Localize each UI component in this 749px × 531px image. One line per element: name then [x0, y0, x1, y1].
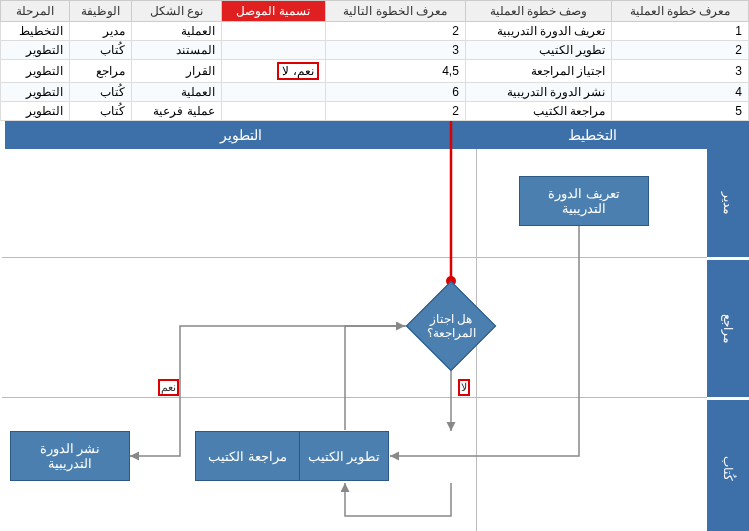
cell-conn-label[interactable]: نعم، لا — [221, 60, 325, 83]
cell-next-id[interactable]: 6 — [325, 83, 465, 102]
node-publish-course[interactable]: نشر الدورة التدريبية — [10, 431, 130, 481]
col-step-desc[interactable]: وصف خطوة العملية — [465, 1, 611, 22]
cell-phase[interactable]: التطوير — [1, 60, 70, 83]
col-next-id[interactable]: معرف الخطوة التالية — [325, 1, 465, 22]
cell-next-id[interactable]: 3 — [325, 41, 465, 60]
phase-header-development: التطوير — [2, 121, 477, 149]
col-step-id[interactable]: معرف خطوة العملية — [612, 1, 749, 22]
cell-shape-type[interactable]: المستند — [132, 41, 221, 60]
cell-role[interactable]: كُتاب — [69, 41, 132, 60]
table-row[interactable]: 1 تعريف الدورة التدريبية 2 العملية مدير … — [1, 22, 749, 41]
swimlane-divider-h2 — [2, 397, 707, 398]
col-shape-type[interactable]: نوع الشكل — [132, 1, 221, 22]
cell-step-id[interactable]: 3 — [612, 60, 749, 83]
cell-step-desc[interactable]: تعريف الدورة التدريبية — [465, 22, 611, 41]
cell-role[interactable]: مراجع — [69, 60, 132, 83]
node-define-course[interactable]: تعريف الدورة التدريبية — [519, 176, 649, 226]
connector-label-yes: نعم — [158, 379, 179, 396]
node-develop-booklet[interactable]: تطوير الكتيب — [299, 431, 389, 481]
swimlane-divider-h1 — [2, 257, 707, 258]
cell-shape-type[interactable]: العملية — [132, 22, 221, 41]
cell-conn-label[interactable] — [221, 102, 325, 121]
cell-next-id[interactable]: 2 — [325, 102, 465, 121]
node-review-booklet[interactable]: مراجعة الكتيب — [195, 431, 300, 481]
cell-phase[interactable]: التطوير — [1, 83, 70, 102]
table-row[interactable]: 5 مراجعة الكتيب 2 عملية فرعية كُتاب التط… — [1, 102, 749, 121]
cell-next-id[interactable]: 4,5 — [325, 60, 465, 83]
cell-shape-type[interactable]: عملية فرعية — [132, 102, 221, 121]
cell-phase[interactable]: التطوير — [1, 41, 70, 60]
cell-step-desc[interactable]: تطوير الكتيب — [465, 41, 611, 60]
col-phase[interactable]: المرحلة — [1, 1, 70, 22]
role-header-blank — [707, 121, 749, 149]
cell-step-desc[interactable]: اجتياز المراجعة — [465, 60, 611, 83]
cell-step-id[interactable]: 1 — [612, 22, 749, 41]
cell-step-id[interactable]: 4 — [612, 83, 749, 102]
cell-conn-label[interactable] — [221, 22, 325, 41]
cell-phase[interactable]: التطوير — [1, 102, 70, 121]
table-row[interactable]: 3 اجتياز المراجعة 4,5 نعم، لا القرار مرا… — [1, 60, 749, 83]
table-header-row: معرف خطوة العملية وصف خطوة العملية معرف … — [1, 1, 749, 22]
cell-step-id[interactable]: 5 — [612, 102, 749, 121]
process-table[interactable]: معرف خطوة العملية وصف خطوة العملية معرف … — [0, 0, 749, 121]
role-swimlane-writers: كُتاب — [707, 397, 749, 531]
cell-conn-label[interactable] — [221, 83, 325, 102]
role-swimlane-reviewer: مراجع — [707, 257, 749, 397]
cell-conn-label[interactable] — [221, 41, 325, 60]
node-pass-review-decision[interactable]: هل اجتاز المراجعة؟ — [406, 281, 496, 371]
decision-label: هل اجتاز المراجعة؟ — [406, 281, 496, 371]
table-row[interactable]: 2 تطوير الكتيب 3 المستند كُتاب التطوير — [1, 41, 749, 60]
col-role[interactable]: الوظيفة — [69, 1, 132, 22]
cell-role[interactable]: كُتاب — [69, 83, 132, 102]
cell-shape-type[interactable]: القرار — [132, 60, 221, 83]
cell-shape-type[interactable]: العملية — [132, 83, 221, 102]
connector-label-no: لا — [458, 379, 470, 396]
phase-header-planning: التخطيط — [477, 121, 707, 149]
cell-step-desc[interactable]: مراجعة الكتيب — [465, 102, 611, 121]
role-swimlane-manager: مدير — [707, 149, 749, 257]
cell-role[interactable]: كُتاب — [69, 102, 132, 121]
flowchart-diagram[interactable]: التخطيط التطوير مدير مراجع كُتاب تعريف ا… — [0, 121, 749, 531]
table-row[interactable]: 4 نشر الدورة التدريبية 6 العملية كُتاب ا… — [1, 83, 749, 102]
col-connector-label[interactable]: تسمية الموصل — [221, 1, 325, 22]
cell-role[interactable]: مدير — [69, 22, 132, 41]
conn-label-highlighted: نعم، لا — [277, 62, 318, 80]
cell-next-id[interactable]: 2 — [325, 22, 465, 41]
cell-step-id[interactable]: 2 — [612, 41, 749, 60]
cell-phase[interactable]: التخطيط — [1, 22, 70, 41]
cell-step-desc[interactable]: نشر الدورة التدريبية — [465, 83, 611, 102]
